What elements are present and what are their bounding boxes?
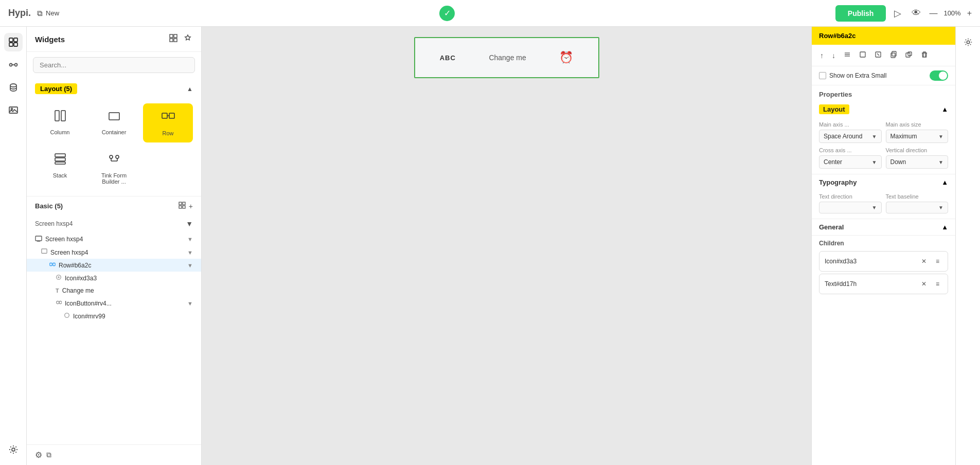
widget-row[interactable]: Row bbox=[143, 103, 193, 142]
cross-axis-col: Cross axis ... Center ▼ bbox=[819, 147, 882, 169]
tree-item-change-me[interactable]: T Change me bbox=[27, 284, 201, 297]
vertical-direction-select[interactable]: Down ▼ bbox=[886, 155, 949, 169]
svg-rect-33 bbox=[42, 249, 47, 254]
svg-point-37 bbox=[57, 301, 59, 303]
child-icon-xd3a3-actions: ✕ ≡ bbox=[918, 256, 942, 267]
tree-text-icon: T bbox=[56, 288, 59, 294]
svg-rect-2 bbox=[9, 43, 13, 46]
align-button[interactable] bbox=[841, 49, 854, 62]
svg-rect-13 bbox=[170, 39, 173, 42]
action-buttons-row: ↑ ↓ bbox=[812, 45, 955, 66]
zoom-minus[interactable]: — bbox=[929, 9, 937, 18]
new-button[interactable]: ⧉ New bbox=[37, 9, 59, 18]
sidebar-media-icon[interactable] bbox=[4, 101, 23, 119]
move-down-button[interactable]: ↓ bbox=[829, 49, 839, 62]
tree-item-screen-root[interactable]: Screen hxsp4 ▼ bbox=[27, 232, 201, 246]
vertical-direction-label: Vertical direction bbox=[886, 147, 949, 153]
layout-section-row[interactable]: Layout ▲ bbox=[812, 100, 955, 118]
svg-rect-47 bbox=[892, 51, 896, 56]
preview-button[interactable]: 👁 bbox=[910, 6, 923, 21]
main-layout: Widgets Layou bbox=[0, 27, 980, 465]
svg-rect-27 bbox=[183, 202, 185, 205]
text-baseline-col: Text baseline ▼ bbox=[886, 193, 949, 213]
play-button[interactable]: ▷ bbox=[892, 6, 903, 21]
column-label: Column bbox=[50, 129, 70, 135]
child-icon-xd3a3-drag[interactable]: ≡ bbox=[933, 256, 942, 267]
canvas[interactable]: ABC Change me ⏰ bbox=[202, 27, 811, 465]
widget-stack[interactable]: Stack bbox=[35, 147, 85, 190]
column-icon bbox=[53, 109, 67, 126]
zoom-plus[interactable]: + bbox=[967, 9, 972, 18]
child-text-dd17h-label: Text#dd17h bbox=[825, 280, 857, 288]
status-check-icon: ✓ bbox=[439, 6, 455, 21]
settings-share-button[interactable]: ⧉ bbox=[46, 451, 51, 459]
widgets-header: Widgets bbox=[27, 27, 201, 52]
icon-sidebar bbox=[0, 27, 27, 465]
text-direction-select[interactable]: ▼ bbox=[819, 202, 882, 213]
tree-screen-root-icon bbox=[35, 235, 42, 243]
main-axis-select[interactable]: Space Around ▼ bbox=[819, 130, 882, 143]
tree-item-iconbutton-rv4[interactable]: IconButton#rv4... ▼ bbox=[27, 297, 201, 310]
typography-section-row[interactable]: Typography ▲ bbox=[812, 174, 955, 190]
screen-label: Screen hxsp4 bbox=[35, 220, 73, 227]
basic-add-button[interactable]: + bbox=[189, 202, 193, 210]
text-direction-chevron-icon: ▼ bbox=[872, 205, 877, 210]
svg-point-7 bbox=[10, 84, 16, 87]
sidebar-widgets-icon[interactable] bbox=[4, 33, 23, 51]
tree-item-screen-child[interactable]: Screen hxsp4 ▼ bbox=[27, 246, 201, 259]
publish-button[interactable]: Publish bbox=[835, 5, 886, 22]
tree-item-icon-mrv99[interactable]: Icon#mrv99 bbox=[27, 310, 201, 323]
screen-chevron[interactable]: ▼ bbox=[186, 220, 193, 228]
widget-container[interactable]: Container bbox=[89, 103, 139, 142]
widget-search-input[interactable] bbox=[33, 57, 195, 73]
text-baseline-select[interactable]: ▼ bbox=[886, 202, 949, 213]
main-axis-size-select[interactable]: Maximum ▼ bbox=[886, 130, 949, 143]
tree-item-row-b6a2c[interactable]: Row#b6a2c ▼ bbox=[27, 259, 201, 272]
svg-rect-29 bbox=[183, 206, 185, 208]
favorites-button[interactable] bbox=[183, 33, 193, 45]
child-icon-xd3a3-label: Icon#xd3a3 bbox=[825, 258, 857, 265]
cross-axis-select[interactable]: Center ▼ bbox=[819, 155, 882, 169]
child-icon-xd3a3-remove[interactable]: ✕ bbox=[918, 256, 930, 267]
duplicate-button[interactable] bbox=[902, 49, 916, 62]
widgets-title: Widgets bbox=[35, 35, 65, 44]
border-button[interactable] bbox=[856, 49, 869, 62]
tree-row-icon bbox=[49, 261, 56, 269]
zoom-level: 100% bbox=[943, 9, 960, 17]
sidebar-connections-icon[interactable] bbox=[4, 56, 23, 74]
properties-label: Properties bbox=[812, 85, 955, 100]
settings-gear-button[interactable]: ⚙ bbox=[35, 450, 42, 460]
basic-grid-button[interactable] bbox=[179, 202, 186, 210]
svg-rect-0 bbox=[9, 38, 13, 42]
copy-button[interactable] bbox=[887, 49, 900, 62]
svg-line-46 bbox=[877, 53, 879, 56]
extra-small-toggle[interactable] bbox=[930, 70, 948, 81]
widgets-panel: Widgets Layou bbox=[27, 27, 202, 465]
child-text-dd17h-remove[interactable]: ✕ bbox=[918, 278, 930, 290]
svg-rect-19 bbox=[169, 113, 174, 118]
screen-header-row: Screen hxsp4 ▼ bbox=[27, 216, 201, 232]
svg-point-10 bbox=[12, 448, 15, 451]
grid-view-button[interactable] bbox=[168, 33, 179, 45]
main-axis-size-col: Main axis size Maximum ▼ bbox=[886, 121, 949, 143]
widget-column[interactable]: Column bbox=[35, 103, 85, 142]
delete-button[interactable] bbox=[918, 49, 931, 62]
child-item-text-dd17h: Text#dd17h ✕ ≡ bbox=[819, 274, 948, 294]
tree-icon-mrv99-label: Icon#mrv99 bbox=[73, 313, 193, 320]
extra-small-checkbox[interactable] bbox=[819, 72, 826, 79]
remove-border-button[interactable] bbox=[871, 49, 885, 62]
main-axis-size-chevron-icon: ▼ bbox=[938, 134, 943, 139]
general-section-row[interactable]: General ▲ bbox=[812, 219, 955, 235]
far-right-settings-button[interactable] bbox=[959, 33, 977, 51]
layout-chevron-icon: ▲ bbox=[187, 85, 193, 93]
move-up-button[interactable]: ↑ bbox=[817, 49, 827, 62]
layout-section-label: Layout (5) bbox=[35, 83, 77, 94]
sidebar-settings-icon[interactable] bbox=[4, 440, 23, 459]
widget-tink-form[interactable]: Tink Form Builder ... bbox=[89, 147, 139, 190]
tree-iconbutton-rv4-label: IconButton#rv4... bbox=[65, 300, 184, 307]
sidebar-data-icon[interactable] bbox=[4, 78, 23, 97]
layout-section-header[interactable]: Layout (5) ▲ bbox=[27, 78, 201, 99]
tree-item-icon-xd3a3[interactable]: Icon#xd3a3 bbox=[27, 272, 201, 284]
svg-rect-16 bbox=[61, 111, 65, 121]
child-text-dd17h-drag[interactable]: ≡ bbox=[933, 278, 942, 290]
